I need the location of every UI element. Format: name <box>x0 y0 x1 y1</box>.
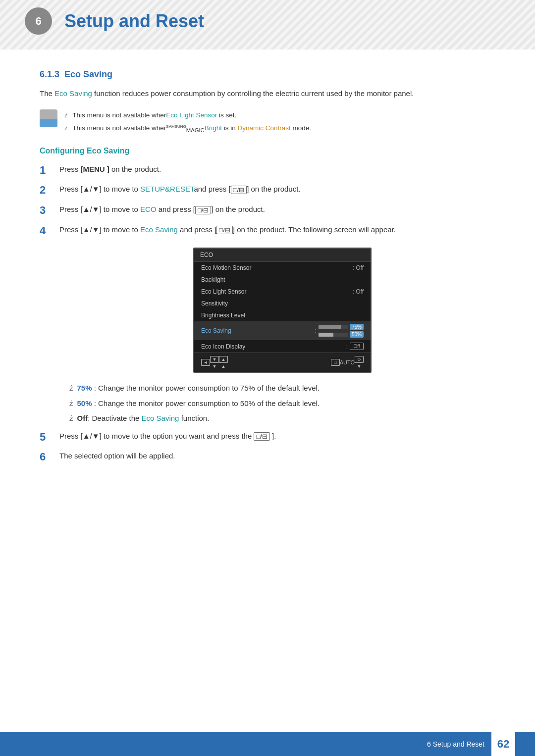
menu-symbol-4: □/⊟ <box>216 226 232 234</box>
step-text-2: Press [▲/▼] to move to SETUP&RESETand pr… <box>59 183 495 195</box>
page-footer: 6 Setup and Reset 62 <box>0 732 535 756</box>
note-line-2: ź This menu is not available wherSAMSUNG… <box>64 123 311 135</box>
footer-btn-left: ◄ <box>201 359 210 366</box>
footer-btn-down: ▼ ▼ <box>210 356 219 369</box>
sub-bullets: ź 75% : Change the monitor power consump… <box>69 383 495 424</box>
footer-page-number: 62 <box>491 732 515 756</box>
menu-key: [MENU ] <box>81 165 109 173</box>
step-text-3: Press [▲/▼] to move to ECO and press [□/… <box>59 203 495 215</box>
eco-bar-75 <box>319 325 348 329</box>
eco-screen-footer: ◄ ▼ ▼ ▲ ▲ □ AUTO ⊙ ▼ <box>194 353 371 372</box>
footer-btn-power: ⊙ ▼ <box>355 356 364 369</box>
step-6: 6 The selected option will be applied. <box>40 450 495 464</box>
step-1: 1 Press [MENU ] on the product. <box>40 163 495 178</box>
section-heading: 6.1.3 Eco Saving <box>40 69 495 80</box>
eco-screen: ECO Eco Motion Sensor : Off Backlight Ec… <box>193 248 372 373</box>
step-5: 5 Press [▲/▼] to move to the option you … <box>40 430 495 445</box>
footer-btn-auto: AUTO <box>340 359 355 365</box>
top-stripe: 6 Setup and Reset <box>0 0 535 50</box>
intro-text-rest: function reduces power consumption by co… <box>94 89 414 98</box>
main-content: 6.1.3 Eco Saving The Eco Saving function… <box>0 50 535 510</box>
footer-btn-up: ▲ ▲ <box>219 356 228 369</box>
footer-chapter-text: 6 Setup and Reset <box>427 740 484 748</box>
chapter-circle: 6 <box>25 7 52 35</box>
configuring-title: Configuring Eco Saving <box>40 147 495 155</box>
step-number-6: 6 <box>40 450 52 464</box>
step-text-5: Press [▲/▼] to move to the option you wa… <box>59 430 495 442</box>
step-3: 3 Press [▲/▼] to move to ECO and press [… <box>40 203 495 218</box>
intro-paragraph: The Eco Saving function reduces power co… <box>40 88 495 100</box>
step-number-2: 2 <box>40 183 52 198</box>
sub-bullet-50: ź 50% : Change the monitor power consump… <box>69 398 495 409</box>
step-number-4: 4 <box>40 224 52 238</box>
eco-saving-highlight: Eco Saving <box>54 89 94 98</box>
eco-item-motion-sensor: Eco Motion Sensor : Off <box>194 262 371 274</box>
steps-list: 1 Press [MENU ] on the product. 2 Press … <box>40 163 495 238</box>
note-box: ź This menu is not available wherEco Lig… <box>40 109 495 135</box>
intro-text-start: The <box>40 89 53 98</box>
sub-bullet-75: ź 75% : Change the monitor power consump… <box>69 383 495 394</box>
eco-screen-header: ECO <box>194 249 371 262</box>
step-4: 4 Press [▲/▼] to move to Eco Saving and … <box>40 224 495 238</box>
eco-item-icon-display: Eco Icon Display : Off <box>194 340 371 353</box>
step-number-3: 3 <box>40 203 52 218</box>
step-text-1: Press [MENU ] on the product. <box>59 163 495 175</box>
step-number-5: 5 <box>40 430 52 445</box>
step-text-4: Press [▲/▼] to move to Eco Saving and pr… <box>59 224 495 236</box>
menu-symbol-3: □/⊟ <box>195 206 211 214</box>
eco-item-light-sensor: Eco Light Sensor : Off <box>194 286 371 298</box>
eco-screen-container: ECO Eco Motion Sensor : Off Backlight Ec… <box>69 248 495 373</box>
menu-symbol-5: □/⊟ <box>254 432 269 441</box>
step-text-6: The selected option will be applied. <box>59 450 495 462</box>
eco-item-backlight: Backlight <box>194 274 371 286</box>
sub-bullet-off: ź Off: Deactivate the Eco Saving functio… <box>69 413 495 424</box>
step-number-1: 1 <box>40 163 52 178</box>
note-lines: ź This menu is not available wherEco Lig… <box>64 109 311 135</box>
step-2: 2 Press [▲/▼] to move to SETUP&RESETand … <box>40 183 495 198</box>
eco-item-eco-saving: Eco Saving : 75% <box>194 321 371 340</box>
note-line-1: ź This menu is not available wherEco Lig… <box>64 110 311 120</box>
eco-item-sensitivity: Sensitivity <box>194 298 371 309</box>
menu-symbol-2: □/⊟ <box>231 186 247 194</box>
note-icon <box>40 109 57 127</box>
eco-bar-50 <box>319 333 348 337</box>
page-title: Setup and Reset <box>64 11 204 32</box>
footer-btn-enter: □ <box>331 359 340 366</box>
chapter-number: 6 <box>35 15 41 28</box>
eco-item-brightness-level: Brightness Level <box>194 309 371 321</box>
eco-bar-container: : 75% 50% <box>315 324 364 338</box>
